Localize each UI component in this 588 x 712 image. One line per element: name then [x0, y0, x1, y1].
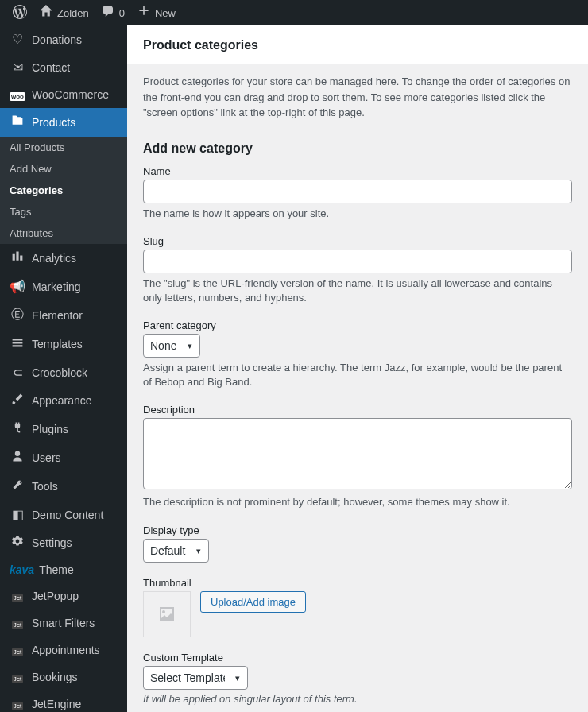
field-display-type: Display type Default	[143, 524, 572, 563]
sidebar-item-demo-content[interactable]: ◧ Demo Content	[0, 501, 127, 528]
sidebar-item-jetengine[interactable]: Jet JetEngine	[0, 691, 127, 712]
sidebar-item-woocommerce[interactable]: woo WooCommerce	[0, 81, 127, 108]
heart-icon: ♡	[10, 32, 25, 47]
woo-icon: woo	[10, 87, 25, 102]
sidebar-item-marketing[interactable]: 📢 Marketing	[0, 273, 127, 300]
sidebar-item-analytics[interactable]: Analytics	[0, 244, 127, 273]
page-header: Product categories	[127, 25, 588, 64]
field-template: Custom Template Select Template... It wi…	[143, 652, 572, 705]
thumbnail-preview	[143, 591, 191, 637]
sidebar-sub-all-products[interactable]: All Products	[0, 137, 127, 158]
site-home-link[interactable]: Zolden	[33, 0, 95, 25]
display-type-select[interactable]: Default	[143, 539, 209, 563]
jet-icon: Jet	[10, 697, 25, 711]
sidebar-item-donations[interactable]: ♡ Donations	[0, 25, 127, 53]
sidebar-item-products[interactable]: Products	[0, 108, 127, 137]
brush-icon	[10, 393, 25, 408]
jet-icon: Jet	[10, 643, 25, 657]
sidebar-item-settings[interactable]: Settings	[0, 528, 127, 557]
description-help: The description is not prominent by defa…	[143, 495, 572, 509]
kava-logo: kava	[10, 563, 34, 576]
templates-icon	[10, 336, 25, 352]
jet-icon: Jet	[10, 670, 25, 684]
admin-sidebar: ♡ Donations ✉ Contact woo WooCommerce Pr…	[0, 25, 127, 712]
sidebar-item-bookings[interactable]: Jet Bookings	[0, 664, 127, 691]
name-input[interactable]	[143, 180, 572, 203]
slug-help: The "slug" is the URL-friendly version o…	[143, 277, 572, 305]
form-heading: Add new category	[143, 141, 572, 156]
admin-topbar: Zolden 0 New	[0, 0, 588, 25]
template-help: It will be applied on singular layout of…	[143, 693, 572, 705]
sidebar-sub-add-new[interactable]: Add New	[0, 158, 127, 180]
sidebar-item-appointments[interactable]: Jet Appointments	[0, 637, 127, 664]
page-title: Product categories	[143, 38, 572, 52]
main-content: Product categories Product categories fo…	[127, 25, 588, 712]
sidebar-item-elementor[interactable]: Ⓔ Elementor	[0, 300, 127, 330]
field-slug: Slug The "slug" is the URL-friendly vers…	[143, 235, 572, 305]
megaphone-icon: 📢	[10, 279, 25, 294]
description-label: Description	[143, 404, 572, 416]
slug-label: Slug	[143, 235, 572, 247]
template-select[interactable]: Select Template...	[143, 666, 248, 690]
comment-icon	[102, 5, 114, 21]
page-intro: Product categories for your store can be…	[127, 64, 588, 130]
add-category-form: Add new category Name The name is how it…	[127, 130, 588, 713]
display-type-label: Display type	[143, 524, 572, 536]
croco-icon: ⊂	[10, 365, 25, 380]
sidebar-item-contact[interactable]: ✉ Contact	[0, 53, 127, 81]
elementor-icon: Ⓔ	[10, 307, 25, 323]
sidebar-item-plugins[interactable]: Plugins	[0, 415, 127, 443]
chart-icon	[10, 250, 25, 266]
sidebar-item-crocoblock[interactable]: ⊂ Crocoblock	[0, 358, 127, 386]
wordpress-logo[interactable]	[6, 0, 33, 25]
upload-image-button[interactable]: Upload/Add image	[200, 591, 306, 613]
description-textarea[interactable]	[143, 418, 572, 489]
slug-input[interactable]	[143, 250, 572, 273]
field-name: Name The name is how it appears on your …	[143, 165, 572, 221]
sidebar-sub-attributes[interactable]: Attributes	[0, 222, 127, 244]
field-thumbnail: Thumbnail Upload/Add image	[143, 577, 572, 637]
settings-icon	[10, 535, 25, 551]
wordpress-icon	[13, 5, 27, 21]
demo-icon: ◧	[10, 507, 25, 522]
parent-label: Parent category	[143, 319, 572, 331]
jet-icon: Jet	[10, 616, 25, 630]
wrench-icon	[10, 478, 25, 494]
new-content-link[interactable]: New	[131, 0, 182, 25]
mail-icon: ✉	[10, 60, 25, 75]
thumbnail-label: Thumbnail	[143, 577, 572, 589]
jet-icon: Jet	[10, 589, 25, 603]
sidebar-submenu: All Products Add New Categories Tags Att…	[0, 137, 127, 244]
sidebar-item-users[interactable]: Users	[0, 443, 127, 472]
field-description: Description The description is not promi…	[143, 404, 572, 509]
sidebar-sub-categories[interactable]: Categories	[0, 180, 127, 201]
name-help: The name is how it appears on your site.	[143, 207, 572, 221]
sidebar-sub-tags[interactable]: Tags	[0, 201, 127, 222]
template-label: Custom Template	[143, 652, 572, 664]
sidebar-item-appearance[interactable]: Appearance	[0, 386, 127, 415]
parent-select[interactable]: None	[143, 334, 200, 358]
sidebar-item-templates[interactable]: Templates	[0, 330, 127, 358]
sidebar-item-theme[interactable]: kava Theme	[0, 557, 127, 582]
user-icon	[10, 450, 25, 466]
sidebar-item-tools[interactable]: Tools	[0, 472, 127, 501]
new-label: New	[155, 7, 176, 19]
comments-link[interactable]: 0	[95, 0, 131, 25]
sidebar-item-smart-filters[interactable]: Jet Smart Filters	[0, 609, 127, 637]
plug-icon	[10, 421, 25, 437]
field-parent: Parent category None Assign a parent ter…	[143, 319, 572, 389]
sidebar-item-jetpopup[interactable]: Jet JetPopup	[0, 582, 127, 609]
home-icon	[40, 5, 52, 21]
plus-icon	[137, 5, 150, 21]
name-label: Name	[143, 165, 572, 177]
comments-count: 0	[119, 7, 125, 19]
product-icon	[10, 114, 25, 130]
parent-help: Assign a parent term to create a hierarc…	[143, 361, 572, 389]
site-name: Zolden	[57, 7, 89, 19]
